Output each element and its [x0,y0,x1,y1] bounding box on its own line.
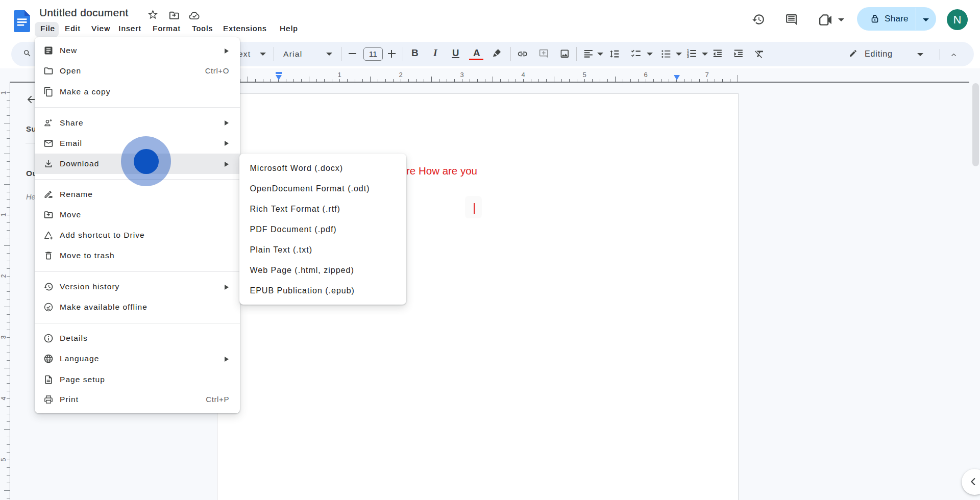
svg-text:3: 3 [687,55,689,58]
